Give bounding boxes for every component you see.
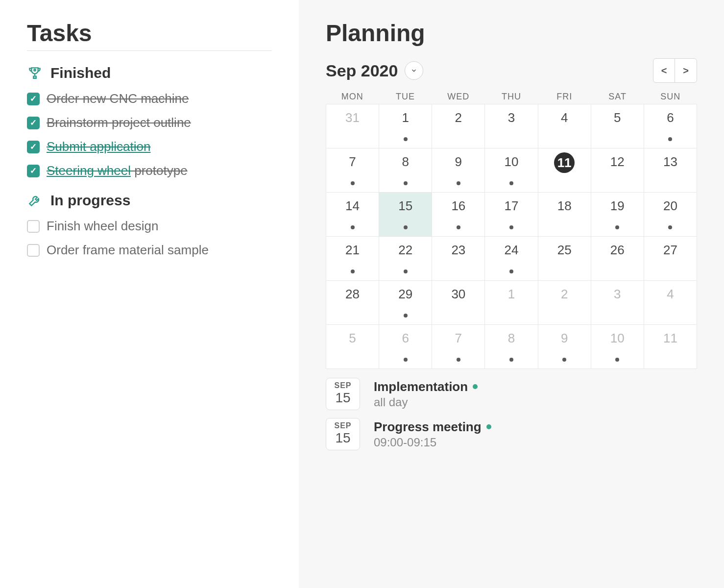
calendar-cell[interactable]: 20 xyxy=(644,193,697,237)
badge-month: SEP xyxy=(326,381,360,390)
calendar-cell[interactable]: 7 xyxy=(326,148,379,193)
month-selector[interactable]: Sep 2020 xyxy=(326,61,423,80)
day-number: 4 xyxy=(561,110,568,125)
event-row[interactable]: SEP 15 Progress meeting 09:00-09:15 xyxy=(326,418,697,450)
calendar-cell[interactable]: 9 xyxy=(432,148,485,193)
event-dot-icon xyxy=(509,270,513,273)
badge-month: SEP xyxy=(326,421,360,430)
calendar-cell[interactable]: 21 xyxy=(326,237,379,281)
calendar-cell[interactable]: 30 xyxy=(432,281,485,325)
calendar-cell[interactable]: 19 xyxy=(591,193,644,237)
day-number: 17 xyxy=(505,198,519,214)
calendar-cell[interactable]: 23 xyxy=(432,237,485,281)
calendar-cell[interactable]: 3 xyxy=(591,281,644,325)
chevron-down-icon[interactable] xyxy=(405,61,423,80)
calendar-cell[interactable]: 15 xyxy=(379,193,432,237)
day-number: 10 xyxy=(610,331,625,346)
planning-panel: Planning Sep 2020 < > MON TUE WED THU FR… xyxy=(299,0,724,588)
event-dot-icon xyxy=(404,181,408,185)
calendar-cell[interactable]: 17 xyxy=(485,193,538,237)
calendar-cell[interactable]: 11 xyxy=(644,325,697,369)
task-text[interactable]: Submit application xyxy=(47,139,150,154)
calendar-cell[interactable]: 25 xyxy=(538,237,591,281)
calendar-cell[interactable]: 1 xyxy=(379,104,432,148)
calendar-cell[interactable]: 4 xyxy=(538,104,591,148)
trophy-icon xyxy=(27,65,43,81)
prev-month-button[interactable]: < xyxy=(653,59,675,82)
event-dot-icon xyxy=(351,181,355,185)
checkbox-icon[interactable] xyxy=(27,220,40,233)
calendar-cell[interactable]: 31 xyxy=(326,104,379,148)
day-number: 27 xyxy=(663,243,677,258)
checkbox-icon[interactable] xyxy=(27,117,40,129)
day-number: 25 xyxy=(557,243,572,258)
calendar-cell[interactable]: 22 xyxy=(379,237,432,281)
calendar-cell[interactable]: 26 xyxy=(591,237,644,281)
checkbox-icon[interactable] xyxy=(27,93,40,105)
calendar-cell[interactable]: 18 xyxy=(538,193,591,237)
calendar-cell[interactable]: 10 xyxy=(485,148,538,193)
calendar-cell[interactable]: 8 xyxy=(379,148,432,193)
task-link-part[interactable]: Steering wheel xyxy=(47,163,131,178)
calendar-cell[interactable]: 9 xyxy=(538,325,591,369)
calendar-cell[interactable]: 10 xyxy=(591,325,644,369)
in-progress-header: In progress xyxy=(27,192,272,209)
calendar-cell[interactable]: 8 xyxy=(485,325,538,369)
task-item[interactable]: Order frame material sample xyxy=(27,243,272,258)
event-row[interactable]: SEP 15 Implementation all day xyxy=(326,378,697,410)
calendar-cell[interactable]: 1 xyxy=(485,281,538,325)
day-number: 24 xyxy=(505,243,519,258)
day-number: 31 xyxy=(345,110,360,125)
calendar-cell[interactable]: 6 xyxy=(644,104,697,148)
calendar-cell[interactable]: 4 xyxy=(644,281,697,325)
calendar-cell[interactable]: 29 xyxy=(379,281,432,325)
calendar-cell[interactable]: 11 xyxy=(538,148,591,193)
calendar-cell[interactable]: 27 xyxy=(644,237,697,281)
day-number: 13 xyxy=(663,154,677,170)
calendar-cell[interactable]: 16 xyxy=(432,193,485,237)
calendar-cell[interactable]: 7 xyxy=(432,325,485,369)
calendar-cell[interactable]: 24 xyxy=(485,237,538,281)
calendar-cell[interactable]: 14 xyxy=(326,193,379,237)
day-number: 1 xyxy=(402,110,409,125)
task-item[interactable]: Order new CNC machine xyxy=(27,91,272,106)
in-progress-list: Finish wheel design Order frame material… xyxy=(27,219,272,258)
finished-label: Finished xyxy=(50,65,111,81)
day-number: 10 xyxy=(505,154,519,170)
event-info: Implementation all day xyxy=(374,379,478,409)
calendar-cell[interactable]: 28 xyxy=(326,281,379,325)
event-dot-icon xyxy=(615,225,619,229)
next-month-button[interactable]: > xyxy=(675,59,697,82)
calendar-cell[interactable]: 6 xyxy=(379,325,432,369)
calendar-cell[interactable]: 12 xyxy=(591,148,644,193)
day-number: 20 xyxy=(663,198,677,214)
day-number: 6 xyxy=(402,331,409,346)
checkbox-icon[interactable] xyxy=(27,244,40,257)
task-item[interactable]: Brainstorm project outline xyxy=(27,115,272,130)
calendar-cell[interactable]: 2 xyxy=(538,281,591,325)
event-time: 09:00-09:15 xyxy=(374,436,491,449)
badge-day: 15 xyxy=(326,430,360,446)
finished-list: Order new CNC machine Brainstorm project… xyxy=(27,91,272,178)
calendar-cell[interactable]: 5 xyxy=(591,104,644,148)
task-item[interactable]: Submit application xyxy=(27,139,272,154)
task-item[interactable]: Steering wheel prototype xyxy=(27,163,272,178)
event-dot-icon xyxy=(457,225,460,229)
day-number: 8 xyxy=(402,154,409,170)
calendar-cell[interactable]: 2 xyxy=(432,104,485,148)
day-number: 2 xyxy=(455,110,462,125)
day-number: 5 xyxy=(349,331,356,346)
day-number: 11 xyxy=(663,331,677,346)
finished-header: Finished xyxy=(27,65,272,81)
day-number: 11 xyxy=(554,152,575,173)
day-number: 18 xyxy=(557,198,572,214)
checkbox-icon[interactable] xyxy=(27,165,40,177)
calendar-cell[interactable]: 3 xyxy=(485,104,538,148)
day-number: 2 xyxy=(561,287,568,302)
task-item[interactable]: Finish wheel design xyxy=(27,219,272,234)
event-dot-icon xyxy=(404,137,408,141)
calendar-cell[interactable]: 13 xyxy=(644,148,697,193)
calendar-cell[interactable]: 5 xyxy=(326,325,379,369)
task-text: Order frame material sample xyxy=(47,243,209,258)
checkbox-icon[interactable] xyxy=(27,141,40,153)
